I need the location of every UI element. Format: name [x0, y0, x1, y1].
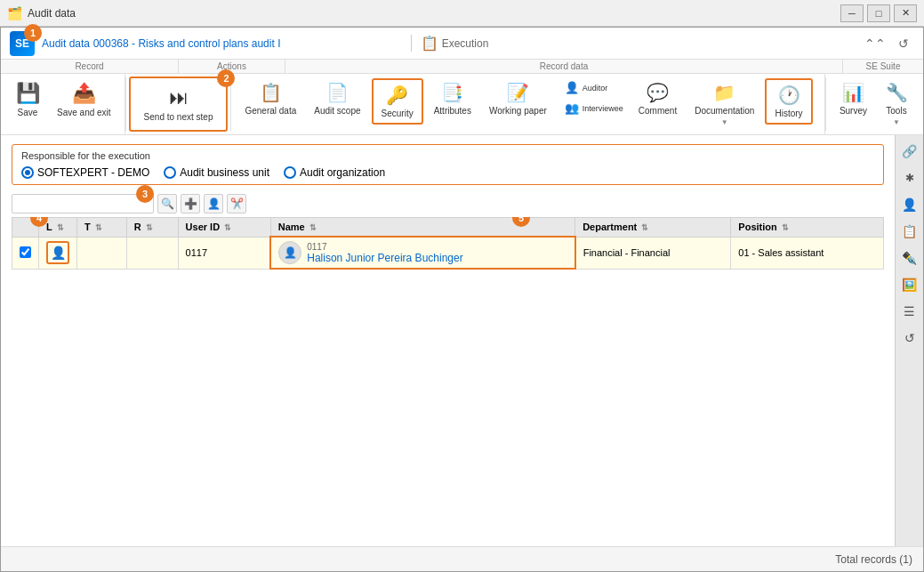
audit-scope-button[interactable]: 📄 Audit scope: [306, 77, 368, 120]
refresh-button[interactable]: ↺: [893, 33, 914, 54]
auditor-button[interactable]: 👤 Auditor: [559, 77, 629, 98]
app-logo: SE 1: [10, 31, 35, 56]
attributes-button[interactable]: 📑 Attributes: [426, 77, 479, 120]
col-L: L ⇅ 4: [39, 218, 77, 238]
row-department-cell: Financial - Financial: [575, 237, 731, 269]
sidebar-pen-icon[interactable]: ✒️: [897, 246, 922, 270]
toolbar-actions-label: Actions: [179, 60, 285, 73]
title-bar-controls: ─ □ ✕: [840, 4, 917, 22]
row-checkbox-cell[interactable]: [12, 237, 39, 269]
status-bar: Total records (1): [1, 546, 923, 571]
sidebar-copy-icon[interactable]: 📋: [897, 219, 922, 244]
table-header-row: L ⇅ 4 T ⇅ R ⇅ User ID ⇅ Name ⇅ 5: [12, 218, 884, 238]
radio-audit-business[interactable]: Audit business unit: [164, 166, 269, 179]
save-button[interactable]: 💾 Save: [6, 77, 49, 122]
user-full-name: Halison Junior Pereira Buchinger: [307, 252, 462, 264]
execution-status: 📋 Execution: [411, 35, 489, 52]
save-exit-button[interactable]: 📤 Save and exit: [49, 77, 119, 122]
col-user-id: User ID ⇅: [178, 218, 270, 238]
tools-button[interactable]: 🔧 Tools ▼: [875, 77, 918, 131]
working-paper-button[interactable]: 📝 Working paper: [481, 77, 555, 120]
send-next-step-icon: ⏭: [169, 86, 189, 109]
title-bar: 🗂️ Audit data ─ □ ✕: [0, 0, 924, 27]
responsible-section: Responsible for the execution SOFTEXPERT…: [12, 144, 884, 185]
close-button[interactable]: ✕: [894, 4, 917, 22]
window-header: SE 1 Audit data 000368 - Risks and contr…: [1, 28, 923, 60]
row-checkbox[interactable]: [20, 246, 31, 258]
radio-softexpert[interactable]: SOFTEXPERT - DEMO: [21, 166, 149, 179]
annotation-badge-3: 3: [136, 185, 154, 203]
row-position-cell: 01 - Sales assistant: [731, 237, 884, 269]
tools-icon: 🔧: [886, 82, 908, 103]
user-name-block: 0117 Halison Junior Pereira Buchinger: [307, 242, 462, 264]
send-next-step-button[interactable]: ⏭ Send to next step: [136, 82, 221, 126]
radio-dot-audit-business: [164, 166, 176, 179]
documentation-button[interactable]: 📁 Documentation ▼: [687, 77, 762, 131]
title-bar-text: Audit data: [28, 7, 840, 20]
sidebar-refresh-icon[interactable]: ↺: [897, 326, 922, 350]
save-icon: 💾: [16, 82, 40, 105]
toolbar-record-label: Record: [1, 60, 179, 73]
sidebar-link-icon[interactable]: 🔗: [897, 139, 922, 164]
toolbar-record-section: 💾 Save 📤 Save and exit: [1, 74, 125, 134]
add-button[interactable]: ➕: [181, 194, 200, 213]
sidebar-list-icon[interactable]: ☰: [897, 299, 922, 324]
row-L-cell: 👤: [39, 237, 77, 269]
execution-icon: 📋: [421, 35, 438, 52]
comment-button[interactable]: 💬 Comment: [631, 77, 685, 120]
survey-button[interactable]: 📊 Survey: [832, 77, 875, 120]
col-T: T ⇅: [77, 218, 127, 238]
toolbar-sesuite-label: SE Suite: [843, 60, 923, 73]
data-table: L ⇅ 4 T ⇅ R ⇅ User ID ⇅ Name ⇅ 5: [1, 217, 895, 546]
user-avatar: 👤: [278, 241, 301, 264]
sidebar-user-icon[interactable]: 👤: [897, 192, 922, 217]
toolbar: Record Actions Record data SE Suite 💾 Sa…: [1, 60, 923, 135]
col-position: Position ⇅: [731, 218, 884, 238]
security-button[interactable]: 🔑 Security: [374, 80, 422, 123]
attributes-icon: 📑: [441, 82, 463, 103]
search-button[interactable]: 🔍: [157, 194, 177, 213]
history-highlight: 🕐 History: [765, 78, 812, 125]
sidebar-edit-icon[interactable]: ✱: [897, 165, 922, 190]
row-T-cell: [77, 237, 127, 269]
annotation-badge-1: 1: [24, 24, 42, 42]
row-name-cell: 👤 0117 Halison Junior Pereira Buchinger: [270, 237, 574, 269]
save-exit-icon: 📤: [72, 82, 96, 105]
toolbar-buttons: 💾 Save 📤 Save and exit 2 ⏭ Send to next …: [1, 74, 923, 134]
security-icon: 🔑: [386, 85, 408, 106]
col-name: Name ⇅ 5: [270, 218, 574, 238]
total-records: Total records (1): [835, 553, 912, 566]
comment-icon: 💬: [647, 82, 669, 103]
radio-dot-softexpert: [21, 166, 34, 179]
window-title: Audit data 000368 - Risks and control pl…: [42, 36, 404, 50]
auditor-icon: 👤: [565, 81, 579, 94]
security-highlight: 🔑 Security: [372, 78, 423, 125]
working-paper-icon: 📝: [507, 82, 529, 103]
audit-scope-icon: 📄: [326, 82, 349, 103]
interviewee-button[interactable]: 👥 Interviewee: [559, 98, 629, 118]
content-area: Responsible for the execution SOFTEXPERT…: [1, 135, 923, 546]
maximize-button[interactable]: □: [867, 4, 890, 22]
toolbar-separator-1: [125, 77, 126, 131]
radio-dot-audit-org: [284, 166, 296, 179]
users-table: L ⇅ 4 T ⇅ R ⇅ User ID ⇅ Name ⇅ 5: [12, 217, 884, 270]
toolbar-labels: Record Actions Record data SE Suite: [1, 60, 923, 74]
minimize-button[interactable]: ─: [840, 4, 864, 22]
general-data-icon: 📋: [260, 82, 282, 103]
collapse-button[interactable]: ⌃⌃: [864, 33, 886, 54]
person-add-button[interactable]: 👤: [204, 194, 223, 213]
user-type-icon: 👤: [46, 241, 69, 264]
app-icon: 🗂️: [7, 6, 22, 20]
history-button[interactable]: 🕐 History: [767, 80, 810, 123]
sidebar-image-icon[interactable]: 🖼️: [897, 272, 922, 297]
row-R-cell: [126, 237, 178, 269]
general-data-button[interactable]: 📋 General data: [237, 77, 304, 120]
search-input[interactable]: [12, 194, 154, 213]
user-info: 👤 0117 Halison Junior Pereira Buchinger: [278, 241, 566, 264]
auditor-interviewee-group: 👤 Auditor 👥 Interviewee: [559, 77, 629, 118]
radio-group: SOFTEXPERT - DEMO Audit business unit Au…: [21, 166, 874, 179]
remove-button[interactable]: ✂️: [227, 194, 246, 213]
documentation-icon: 📁: [713, 82, 735, 103]
radio-audit-org[interactable]: Audit organization: [284, 166, 385, 179]
toolbar-actions-section: 2 ⏭ Send to next step: [129, 77, 229, 132]
